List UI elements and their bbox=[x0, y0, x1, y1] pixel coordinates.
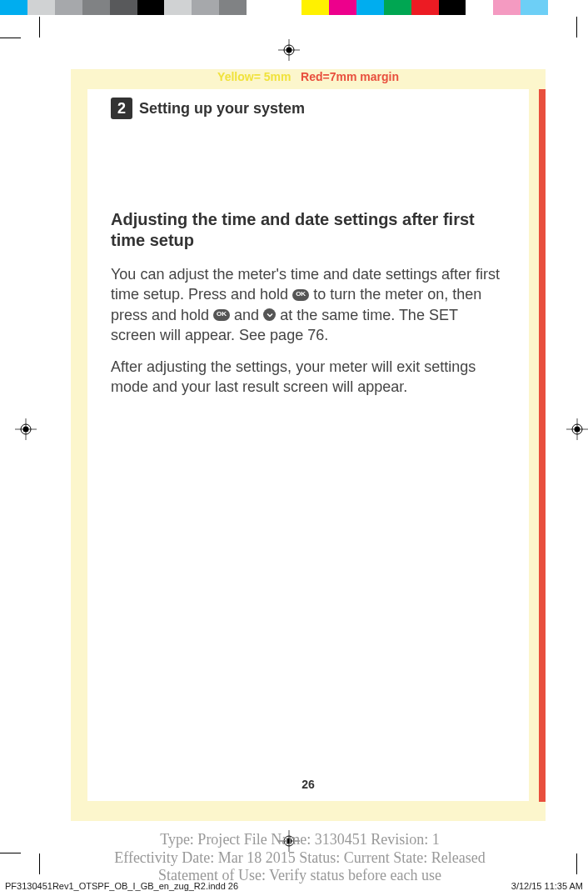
crop-mark bbox=[39, 853, 40, 874]
margin-label-red: Red=7mm margin bbox=[301, 70, 399, 83]
crop-mark bbox=[0, 853, 21, 853]
page-bleed-area: Yellow= 5mm Red=7mm margin 2 Setting up … bbox=[71, 69, 546, 821]
subheading: Adjusting the time and date settings aft… bbox=[111, 209, 506, 251]
down-button-icon bbox=[263, 308, 276, 321]
footer-filename: PF3130451Rev1_OTSPF_OB_I_GB_en_zug_R2.in… bbox=[5, 881, 238, 891]
body-paragraph-2: After adjusting the settings, your meter… bbox=[111, 357, 506, 398]
crop-mark bbox=[0, 38, 21, 38]
print-footer: PF3130451Rev1_OTSPF_OB_I_GB_en_zug_R2.in… bbox=[5, 881, 583, 891]
margin-label-yellow: Yellow= 5mm bbox=[217, 70, 291, 83]
ok-button-icon: OK bbox=[213, 309, 230, 321]
crop-mark bbox=[576, 853, 577, 874]
section-header: 2 Setting up your system bbox=[111, 98, 506, 119]
page-content: 2 Setting up your system Adjusting the t… bbox=[87, 89, 529, 801]
metadata-line: Type: Project File Name: 3130451 Revisio… bbox=[58, 831, 541, 849]
ok-button-icon: OK bbox=[292, 289, 309, 301]
metadata-line: Effectivity Date: Mar 18 2015 Status: Cu… bbox=[58, 849, 541, 868]
section-title-text: Setting up your system bbox=[139, 100, 305, 118]
crop-mark bbox=[576, 17, 577, 38]
document-metadata: Type: Project File Name: 3130451 Revisio… bbox=[58, 831, 541, 885]
registration-mark-icon bbox=[278, 39, 300, 61]
crop-mark bbox=[39, 17, 40, 38]
registration-mark-icon bbox=[566, 418, 588, 440]
print-color-bar bbox=[0, 0, 548, 15]
footer-timestamp: 3/12/15 11:35 AM bbox=[511, 881, 583, 891]
margin-label: Yellow= 5mm Red=7mm margin bbox=[71, 69, 546, 88]
edge-bleed-marker bbox=[539, 89, 546, 802]
registration-mark-icon bbox=[15, 418, 37, 440]
page-number: 26 bbox=[87, 778, 529, 791]
body-paragraph-1: You can adjust the meter's time and date… bbox=[111, 264, 506, 345]
chapter-number-badge: 2 bbox=[111, 98, 132, 119]
